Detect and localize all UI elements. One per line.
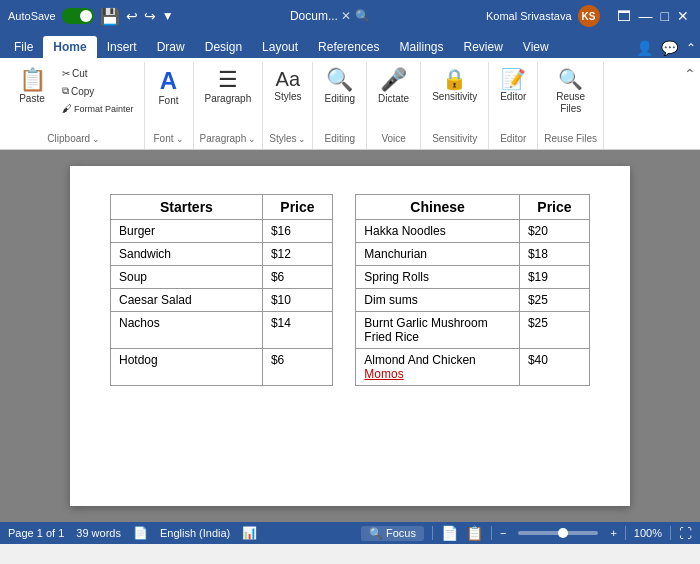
ribbon-collapse: ⌃ [684,62,696,149]
tab-layout[interactable]: Layout [252,36,308,58]
ribbon-group-styles: Aa Styles Styles ⌄ [263,62,313,149]
tab-mailings[interactable]: Mailings [389,36,453,58]
chinese-item-2: Spring Rolls [356,266,520,289]
layout-icon-1[interactable]: 📄 [441,525,458,541]
table-row: Burger $16 Hakka Noodles $20 [111,220,590,243]
chinese-price-header: Price [519,195,589,220]
reusefiles-label: Reuse Files [544,133,597,147]
collapse-ribbon-icon[interactable]: ⌃ [684,66,696,82]
spacer-0 [332,220,355,243]
sensitivity-button[interactable]: 🔒 Sensitivity [427,66,482,106]
ribbon-group-clipboard: 📋 Paste ✂ Cut ⧉ Copy 🖌 Format Painter C [4,62,145,149]
sensitivity-items: 🔒 Sensitivity [427,62,482,133]
accessibility-icon[interactable]: 📊 [242,526,257,540]
tab-home[interactable]: Home [43,36,96,58]
tab-insert[interactable]: Insert [97,36,147,58]
styles-items: Aa Styles [269,62,306,133]
tab-review[interactable]: Review [454,36,513,58]
chinese-price-4: $25 [519,312,589,349]
content-area: Starters Price Chinese Price Burger $16 [0,150,700,522]
font-items: A Font [151,62,187,133]
undo-icon[interactable]: ↩ [126,8,138,24]
chinese-price-1: $18 [519,243,589,266]
zoom-thumb [558,528,568,538]
tab-design[interactable]: Design [195,36,252,58]
editor-button[interactable]: 📝 Editor [495,66,531,106]
minimize-icon[interactable]: — [636,8,656,24]
voice-items: 🎤 Dictate [373,62,414,133]
font-button[interactable]: A Font [151,66,187,110]
comment-icon[interactable]: 💬 [661,40,678,56]
tab-references[interactable]: References [308,36,389,58]
chinese-price-2: $19 [519,266,589,289]
paragraph-button[interactable]: ☰ Paragraph [200,66,257,108]
account-icon[interactable]: 👤 [636,40,653,56]
zoom-out-icon[interactable]: − [500,527,506,539]
editor-group-label: Editor [500,133,526,147]
zoom-in-icon[interactable]: + [610,527,616,539]
chinese-item-5: Almond And ChickenMomos [356,349,520,386]
font-expand-icon[interactable]: ⌄ [176,134,184,144]
user-avatar[interactable]: KS [578,5,600,27]
fullscreen-icon[interactable]: ⛶ [679,526,692,541]
word-count: 39 words [76,527,121,539]
ribbon-toggle-icon[interactable]: ⌃ [686,41,696,55]
tab-file[interactable]: File [4,36,43,58]
chinese-price-3: $25 [519,289,589,312]
starters-price-header: Price [262,195,332,220]
layout-icon-2[interactable]: 📋 [466,525,483,541]
clipboard-expand-icon[interactable]: ⌄ [92,134,100,144]
spacer-3 [332,289,355,312]
zoom-slider[interactable] [518,531,598,535]
close-icon[interactable]: ✕ [674,8,692,24]
copy-button[interactable]: ⧉ Copy [58,83,138,99]
format-painter-button[interactable]: 🖌 Format Painter [58,101,138,116]
format-painter-icon: 🖌 [62,103,72,114]
starter-item-5: Hotdog [111,349,263,386]
focus-button[interactable]: 🔍 Focus [361,526,424,541]
momos-text: Momos [364,367,403,381]
status-bar: Page 1 of 1 39 words 📄 English (India) 📊… [0,522,700,544]
starter-price-2: $6 [262,266,332,289]
starter-item-3: Caesar Salad [111,289,263,312]
styles-icon: Aa [276,69,300,89]
paragraph-items: ☰ Paragraph [200,62,257,133]
ribbon-group-editor: 📝 Editor Editor [489,62,538,149]
cut-button[interactable]: ✂ Cut [58,66,138,81]
paragraph-expand-icon[interactable]: ⌄ [248,134,256,144]
styles-button[interactable]: Aa Styles [269,66,306,106]
redo-icon[interactable]: ↪ [144,8,156,24]
ribbon-collapse-icon[interactable]: 🗖 [614,8,634,24]
editing-button[interactable]: 🔍 Editing [319,66,360,108]
customize-icon[interactable]: ▼ [162,9,174,23]
proofing-icon[interactable]: 📄 [133,526,148,540]
tab-draw[interactable]: Draw [147,36,195,58]
table-row: Nachos $14 Burnt Garlic MushroomFried Ri… [111,312,590,349]
reusefiles-items: 🔍 ReuseFiles [551,62,590,133]
maximize-icon[interactable]: □ [658,8,672,24]
chinese-item-4: Burnt Garlic MushroomFried Rice [356,312,520,349]
window-controls: 🗖 — □ ✕ [614,8,692,24]
ribbon-group-reusefiles: 🔍 ReuseFiles Reuse Files [538,62,604,149]
styles-label: Styles ⌄ [269,133,306,147]
document-page: Starters Price Chinese Price Burger $16 [70,166,630,506]
status-divider-4 [670,526,671,540]
user-name: Komal Srivastava [486,10,572,22]
ribbon-group-editing: 🔍 Editing Editing [313,62,367,149]
chinese-price-5: $40 [519,349,589,386]
paste-button[interactable]: 📋 Paste [10,66,54,108]
tab-view[interactable]: View [513,36,559,58]
editor-icon: 📝 [501,69,526,89]
reuse-files-button[interactable]: 🔍 ReuseFiles [551,66,590,118]
page-container[interactable]: Starters Price Chinese Price Burger $16 [0,150,700,522]
ribbon-group-voice: 🎤 Dictate Voice [367,62,421,149]
autosave-toggle[interactable] [62,8,94,24]
save-icon[interactable]: 💾 [100,7,120,26]
spacer-4 [332,312,355,349]
clipboard-secondary: ✂ Cut ⧉ Copy 🖌 Format Painter [58,66,138,116]
styles-expand-icon[interactable]: ⌄ [298,134,306,144]
autosave-knob [80,10,92,22]
dictate-button[interactable]: 🎤 Dictate [373,66,414,108]
paragraph-icon: ☰ [218,69,238,91]
status-bar-right: 🔍 Focus 📄 📋 − + 100% ⛶ [361,525,692,541]
